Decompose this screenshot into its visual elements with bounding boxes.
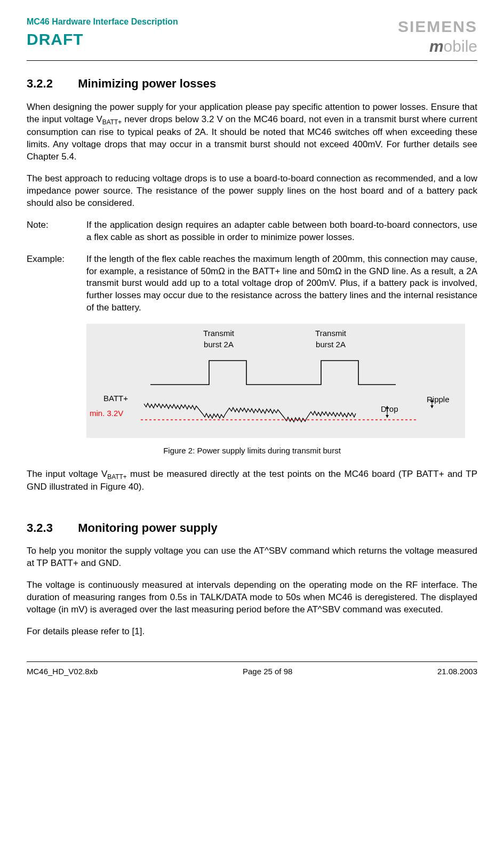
section-3-2-2-heading: 3.2.2 Minimizing power losses [27,76,477,92]
brand-logo: SIEMENS [398,16,477,38]
arrowhead-icon [386,415,389,418]
text: burst 2A [309,339,352,350]
batt-label: BATT+ [103,393,128,404]
section-number: 3.2.2 [27,76,75,92]
text: The input voltage V [27,469,107,479]
doc-title: MC46 Hardware Interface Description [27,16,178,28]
figure-canvas: Transmit burst 2A Transmit burst 2A BATT… [86,324,465,438]
header-rule [27,60,477,61]
page-footer: MC46_HD_V02.8xb Page 25 of 98 21.08.2003 [27,661,477,677]
text: burst 2A [197,339,240,350]
example-block: Example: If the length of the flex cable… [27,253,477,315]
section-3-2-3-heading: 3.2.3 Monitoring power supply [27,520,477,536]
section-title: Minimizing power losses [78,77,216,90]
footer-right: 21.08.2003 [437,666,477,677]
header-right: SIEMENS mobile [398,16,477,57]
paragraph: For details please refer to [1]. [27,626,477,638]
example-label: Example: [27,253,73,315]
current-trace [150,361,396,385]
example-text: If the length of the flex cable reaches … [86,253,477,315]
transmit-label-1: Transmit burst 2A [197,328,240,350]
section-title: Monitoring power supply [78,521,218,534]
figure-2: Transmit burst 2A Transmit burst 2A BATT… [86,324,477,438]
subbrand-rest: obile [444,37,477,55]
arrowhead-icon [430,405,434,408]
section-number: 3.2.3 [27,520,75,536]
header-left: MC46 Hardware Interface Description DRAF… [27,16,178,50]
draft-label: DRAFT [27,29,178,51]
note-block: Note: If the application design requires… [27,219,477,244]
voltage-trace [144,403,356,422]
paragraph: The input voltage VBATT+ must be measure… [27,468,477,493]
page-header: MC46 Hardware Interface Description DRAF… [27,16,477,57]
subbrand-m: m [429,37,444,55]
note-label: Note: [27,219,73,244]
drop-label: Drop [381,404,398,414]
paragraph: To help you monitor the supply voltage y… [27,545,477,570]
paragraph: The voltage is continuously measured at … [27,579,477,616]
footer-left: MC46_HD_V02.8xb [27,666,98,677]
footer-center: Page 25 of 98 [243,666,292,677]
min-voltage-label: min. 3.2V [90,408,123,419]
text: Transmit [309,328,352,339]
note-text: If the application design requires an ad… [86,219,477,244]
ripple-label: Ripple [427,394,450,405]
transmit-label-2: Transmit burst 2A [309,328,352,350]
text: Transmit [197,328,240,339]
paragraph: When designing the power supply for your… [27,101,477,163]
subbrand-logo: mobile [429,36,477,58]
subscript: BATT+ [107,473,126,481]
waveform-svg [97,331,454,427]
paragraph: The best approach to reducing voltage dr… [27,173,477,210]
figure-caption: Figure 2: Power supply limits during tra… [27,445,477,456]
subscript: BATT+ [102,118,122,126]
